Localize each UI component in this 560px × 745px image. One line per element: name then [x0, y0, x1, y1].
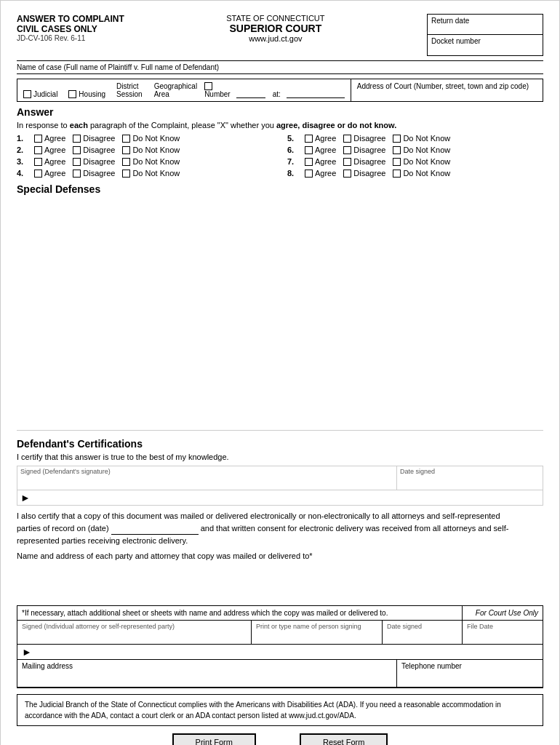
row8-disagree-cb[interactable] — [343, 170, 351, 178]
row2-disagree-cb[interactable] — [73, 146, 81, 154]
row6-agree-label: Agree — [315, 146, 336, 154]
row1-disagree: Disagree — [73, 134, 115, 143]
geo-number-input[interactable] — [236, 89, 265, 98]
bottom-date-signed-field[interactable] — [387, 630, 457, 642]
row4-donotknow-cb[interactable] — [122, 170, 130, 178]
row8-agree: Agree — [305, 169, 336, 178]
answer-instruction: In response to each paragraph of the Com… — [17, 121, 543, 130]
certifications-title: Defendant's Certifications — [17, 438, 543, 450]
at-input[interactable] — [287, 89, 345, 98]
bottom-date-signed-cell: Date signed — [383, 621, 463, 644]
row3-agree: Agree — [34, 157, 65, 166]
geo-checkbox[interactable] — [204, 82, 212, 90]
instruction-options: agree, disagree or do not know. — [276, 121, 396, 130]
row6-donotknow-label: Do Not Know — [403, 146, 450, 154]
address-label: Address of Court (Number, street, town a… — [357, 82, 529, 90]
housing-session-checkbox[interactable] — [68, 90, 76, 98]
row2-agree: Agree — [34, 146, 65, 154]
docket-number-label: Docket number — [431, 37, 481, 45]
row1-disagree-cb[interactable] — [73, 135, 81, 143]
name-address-area[interactable] — [17, 563, 543, 599]
date-field[interactable] — [111, 522, 199, 535]
row5-donotknow-cb[interactable] — [393, 135, 401, 143]
judicial-district-checkbox[interactable] — [23, 90, 31, 98]
row8-donotknow: Do Not Know — [393, 169, 450, 178]
date-signed-field[interactable] — [400, 475, 540, 488]
header-right: Return date Docket number — [427, 14, 543, 56]
housing-session-item: Housing — [68, 90, 108, 98]
row1-donotknow-cb[interactable] — [122, 135, 130, 143]
bottom-top-row: *If necessary, attach additional sheet o… — [17, 606, 543, 621]
row3-donotknow: Do Not Know — [122, 157, 180, 166]
row8-donotknow-cb[interactable] — [393, 170, 401, 178]
housing-label: Housing — [79, 90, 105, 98]
row2-disagree: Disagree — [73, 146, 115, 154]
row3-disagree-cb[interactable] — [73, 158, 81, 166]
row1-donotknow: Do Not Know — [122, 134, 180, 143]
name-of-case-row: Name of case (Full name of Plaintiff v. … — [17, 60, 543, 74]
answer-title: Answer — [17, 106, 543, 118]
answer-row-8: 8. Agree Disagree Do Not Know — [287, 169, 543, 178]
bottom-file-date-cell: File Date — [463, 621, 543, 644]
jurisdiction-right: Address of Court (Number, street, town a… — [351, 79, 543, 101]
row5-agree: Agree — [305, 134, 336, 143]
also-certify: I also certify that a copy of this docum… — [17, 510, 543, 547]
special-defenses-area[interactable] — [17, 198, 543, 431]
row4-disagree-label: Disagree — [83, 169, 115, 178]
row3-donotknow-cb[interactable] — [122, 158, 130, 166]
row7-donotknow-label: Do Not Know — [403, 157, 450, 166]
bottom-mailing-address-field[interactable] — [22, 670, 392, 685]
geo-row: Judicial Housing District Session Geogra… — [23, 82, 345, 98]
row4-agree-cb[interactable] — [34, 170, 42, 178]
row2-agree-label: Agree — [44, 146, 65, 154]
row7-num: 7. — [287, 157, 300, 166]
sig-right: Date signed — [397, 466, 543, 490]
row6-disagree-label: Disagree — [353, 146, 385, 154]
print-button[interactable]: Print Form — [172, 733, 256, 746]
also-certify-text1: I also certify that a copy of this docum… — [17, 511, 500, 520]
bottom-note: *If necessary, attach additional sheet o… — [17, 606, 463, 620]
bottom-arrow-icon: ► — [22, 646, 32, 658]
jurisdiction-row: Judicial Housing District Session Geogra… — [17, 79, 543, 102]
reset-button[interactable]: Reset Form — [300, 733, 388, 746]
row5-donotknow-label: Do Not Know — [403, 134, 450, 143]
row7-agree-cb[interactable] — [305, 158, 313, 166]
row3-agree-label: Agree — [44, 157, 65, 166]
row2-donotknow-cb[interactable] — [122, 146, 130, 154]
row4-agree-label: Agree — [44, 169, 65, 178]
row7-disagree-cb[interactable] — [343, 158, 351, 166]
area-label: Area — [154, 90, 197, 98]
row5-agree-cb[interactable] — [305, 135, 313, 143]
signed-field[interactable] — [20, 475, 393, 488]
row4-disagree-cb[interactable] — [73, 170, 81, 178]
instruction-prefix: In response to — [17, 121, 70, 130]
form-id: JD-CV-106 Rev. 6-11 — [17, 34, 124, 42]
row7-donotknow-cb[interactable] — [393, 158, 401, 166]
row6-disagree: Disagree — [343, 146, 385, 154]
row1-agree-cb[interactable] — [34, 135, 42, 143]
bottom-signed-field[interactable] — [22, 630, 247, 642]
row6-donotknow-cb[interactable] — [393, 146, 401, 154]
bottom-date-signed-label: Date signed — [387, 623, 457, 630]
row5-disagree-label: Disagree — [353, 134, 385, 143]
row3-disagree-label: Disagree — [83, 157, 115, 166]
return-date-box: Return date — [428, 15, 543, 35]
row6-disagree-cb[interactable] — [343, 146, 351, 154]
row8-agree-cb[interactable] — [305, 170, 313, 178]
state-name: STATE OF CONNECTICUT — [139, 14, 412, 23]
row8-disagree-label: Disagree — [353, 169, 385, 178]
bottom-telephone-field[interactable] — [401, 670, 538, 685]
instruction-suffix: paragraph of the Complaint, please "X" w… — [88, 121, 276, 130]
row4-donotknow-label: Do Not Know — [132, 169, 180, 178]
jurisdiction-checkboxes: Judicial Housing — [23, 90, 108, 98]
bottom-mailing-address-cell: Mailing address — [17, 660, 397, 687]
form-title-line2: CIVIL CASES ONLY — [17, 24, 124, 34]
row3-agree-cb[interactable] — [34, 158, 42, 166]
row5-disagree-cb[interactable] — [343, 135, 351, 143]
special-defenses-title: Special Defenses — [17, 183, 543, 195]
bottom-file-date-field[interactable] — [467, 630, 538, 642]
row2-agree-cb[interactable] — [34, 146, 42, 154]
at-label: at: — [273, 90, 281, 98]
row6-agree-cb[interactable] — [305, 146, 313, 154]
bottom-print-name-field[interactable] — [256, 630, 377, 642]
